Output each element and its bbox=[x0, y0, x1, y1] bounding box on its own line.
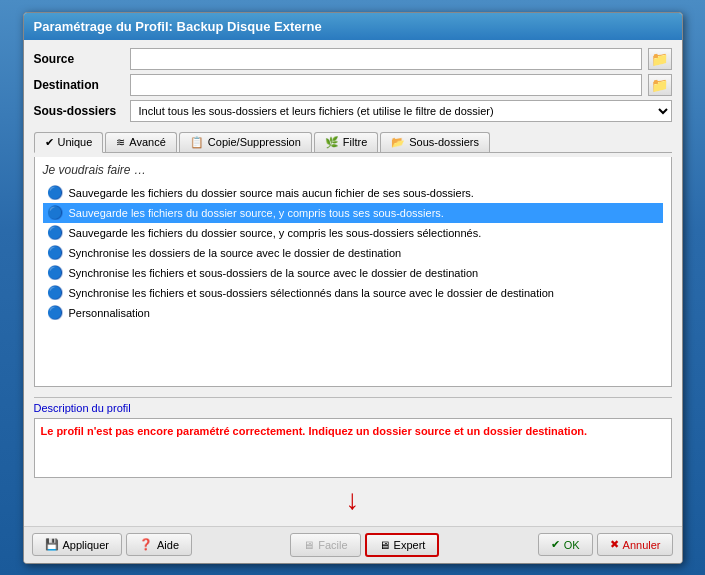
destination-row: Destination 📁 bbox=[34, 74, 672, 96]
dialog-title: Paramétrage du Profil: Backup Disque Ext… bbox=[34, 19, 322, 34]
destination-browse-button[interactable]: 📁 bbox=[648, 74, 672, 96]
tab-avance[interactable]: ≋ Avancé bbox=[105, 132, 177, 152]
left-buttons: 💾 Appliquer ❓ Aide bbox=[32, 533, 193, 556]
aide-button[interactable]: ❓ Aide bbox=[126, 533, 192, 556]
appliquer-button[interactable]: 💾 Appliquer bbox=[32, 533, 122, 556]
dialog: Paramétrage du Profil: Backup Disque Ext… bbox=[23, 12, 683, 564]
bars-tab-icon: ≋ bbox=[116, 136, 125, 149]
option-text-4: Synchronise les dossiers de la source av… bbox=[69, 247, 402, 259]
button-bar: 💾 Appliquer ❓ Aide 🖥 Facile 🖥 Expert ✔ O… bbox=[24, 526, 682, 563]
tab-unique-label: Unique bbox=[58, 136, 93, 148]
tab-unique[interactable]: ✔ Unique bbox=[34, 132, 104, 153]
subfolder-tab-icon: 📂 bbox=[391, 136, 405, 149]
annuler-label: Annuler bbox=[623, 539, 661, 551]
folder-icon-2: 📁 bbox=[651, 77, 668, 93]
option-item-5[interactable]: 🔵 Synchronise les fichiers et sous-dossi… bbox=[43, 263, 663, 283]
check-tab-icon: ✔ bbox=[45, 136, 54, 149]
description-section: Description du profil Le profil n'est pa… bbox=[34, 397, 672, 478]
tab-filtre[interactable]: 🌿 Filtre bbox=[314, 132, 378, 152]
option-icon-4: 🔵 bbox=[47, 245, 63, 261]
option-item-3[interactable]: 🔵 Sauvegarde les fichiers du dossier sou… bbox=[43, 223, 663, 243]
annuler-button[interactable]: ✖ Annuler bbox=[597, 533, 674, 556]
expert-icon: 🖥 bbox=[379, 539, 390, 551]
destination-input[interactable] bbox=[130, 74, 642, 96]
option-text-5: Synchronise les fichiers et sous-dossier… bbox=[69, 267, 479, 279]
source-label: Source bbox=[34, 52, 124, 66]
option-item-6[interactable]: 🔵 Synchronise les fichiers et sous-dossi… bbox=[43, 283, 663, 303]
source-browse-button[interactable]: 📁 bbox=[648, 48, 672, 70]
option-icon-2: 🔵 bbox=[47, 205, 63, 221]
arrow-area: ↓ bbox=[34, 482, 672, 518]
ok-label: OK bbox=[564, 539, 580, 551]
option-item-1[interactable]: 🔵 Sauvegarde les fichiers du dossier sou… bbox=[43, 183, 663, 203]
option-item-2[interactable]: 🔵 Sauvegarde les fichiers du dossier sou… bbox=[43, 203, 663, 223]
down-arrow-icon: ↓ bbox=[346, 486, 360, 514]
cancel-icon: ✖ bbox=[610, 538, 619, 551]
facile-icon: 🖥 bbox=[303, 539, 314, 551]
tab-sous[interactable]: 📂 Sous-dossiers bbox=[380, 132, 490, 152]
sous-dossiers-label: Sous-dossiers bbox=[34, 104, 124, 118]
option-text-1: Sauvegarde les fichiers du dossier sourc… bbox=[69, 187, 474, 199]
source-row: Source 📁 bbox=[34, 48, 672, 70]
tab-filtre-label: Filtre bbox=[343, 136, 367, 148]
appliquer-label: Appliquer bbox=[63, 539, 109, 551]
option-icon-6: 🔵 bbox=[47, 285, 63, 301]
option-text-7: Personnalisation bbox=[69, 307, 150, 319]
folder-icon: 📁 bbox=[651, 51, 668, 67]
option-icon-3: 🔵 bbox=[47, 225, 63, 241]
expert-label: Expert bbox=[394, 539, 426, 551]
option-item-4[interactable]: 🔵 Synchronise les dossiers de la source … bbox=[43, 243, 663, 263]
option-text-6: Synchronise les fichiers et sous-dossier… bbox=[69, 287, 554, 299]
expert-button[interactable]: 🖥 Expert bbox=[365, 533, 440, 557]
ok-button[interactable]: ✔ OK bbox=[538, 533, 593, 556]
description-text: Le profil n'est pas encore paramétré cor… bbox=[34, 418, 672, 478]
option-icon-1: 🔵 bbox=[47, 185, 63, 201]
apply-icon: 💾 bbox=[45, 538, 59, 551]
facile-button[interactable]: 🖥 Facile bbox=[290, 533, 360, 557]
description-label: Description du profil bbox=[34, 397, 672, 414]
aide-label: Aide bbox=[157, 539, 179, 551]
content-panel: Je voudrais faire … 🔵 Sauvegarde les fic… bbox=[34, 157, 672, 387]
option-item-7[interactable]: 🔵 Personnalisation bbox=[43, 303, 663, 323]
content-header: Je voudrais faire … bbox=[43, 163, 663, 177]
facile-label: Facile bbox=[318, 539, 347, 551]
center-buttons: 🖥 Facile 🖥 Expert bbox=[290, 533, 439, 557]
tab-copie-label: Copie/Suppression bbox=[208, 136, 301, 148]
tab-copie[interactable]: 📋 Copie/Suppression bbox=[179, 132, 312, 152]
option-icon-7: 🔵 bbox=[47, 305, 63, 321]
copy-tab-icon: 📋 bbox=[190, 136, 204, 149]
tab-sous-label: Sous-dossiers bbox=[409, 136, 479, 148]
sous-dossiers-row: Sous-dossiers Inclut tous les sous-dossi… bbox=[34, 100, 672, 122]
option-text-2: Sauvegarde les fichiers du dossier sourc… bbox=[69, 207, 444, 219]
title-bar: Paramétrage du Profil: Backup Disque Ext… bbox=[24, 13, 682, 40]
option-text-3: Sauvegarde les fichiers du dossier sourc… bbox=[69, 227, 482, 239]
ok-icon: ✔ bbox=[551, 538, 560, 551]
tabs-bar: ✔ Unique ≋ Avancé 📋 Copie/Suppression 🌿 … bbox=[34, 132, 672, 153]
tab-avance-label: Avancé bbox=[129, 136, 166, 148]
destination-label: Destination bbox=[34, 78, 124, 92]
help-icon: ❓ bbox=[139, 538, 153, 551]
option-icon-5: 🔵 bbox=[47, 265, 63, 281]
sous-dossiers-select[interactable]: Inclut tous les sous-dossiers et leurs f… bbox=[130, 100, 672, 122]
dialog-body: Source 📁 Destination 📁 Sous-dossiers Inc… bbox=[24, 40, 682, 526]
source-input[interactable] bbox=[130, 48, 642, 70]
right-buttons: ✔ OK ✖ Annuler bbox=[538, 533, 674, 556]
filter-tab-icon: 🌿 bbox=[325, 136, 339, 149]
